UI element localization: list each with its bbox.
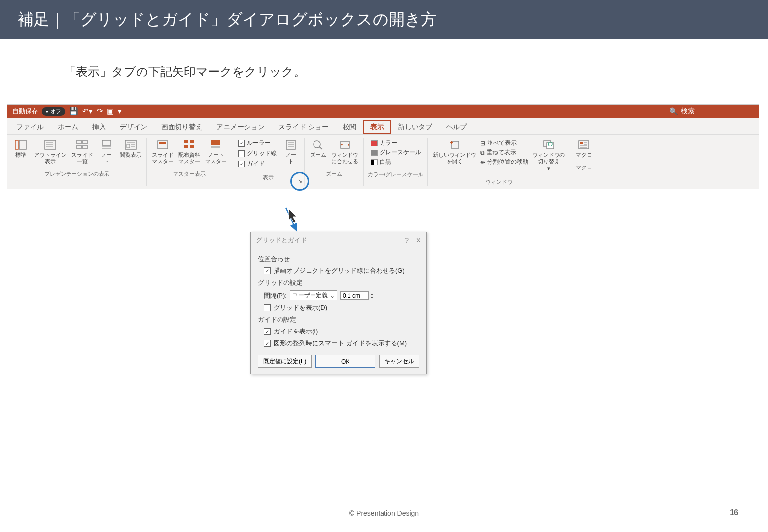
new-window-icon [448, 139, 461, 151]
grid-section-label: グリッドの設定 [258, 278, 419, 287]
undo-icon[interactable]: ↶▾ [82, 107, 93, 116]
svg-rect-21 [190, 140, 194, 143]
tab-insert[interactable]: 挿入 [85, 120, 113, 134]
svg-line-48 [286, 208, 297, 231]
fit-window-icon [338, 139, 352, 151]
dialog-titlebar: グリッドとガイド ? ✕ [251, 232, 426, 249]
spacing-input[interactable] [340, 291, 369, 300]
checkbox-unchecked-icon [238, 150, 245, 157]
redo-icon[interactable]: ↷ [97, 107, 103, 116]
new-window-button[interactable]: 新しいウィンドウ を開く [432, 138, 477, 166]
slide-sorter-icon [75, 139, 89, 151]
chevron-down-icon: ⌄ [330, 292, 335, 299]
svg-rect-23 [190, 145, 194, 148]
spinner-up-icon[interactable]: ▲ [369, 292, 375, 296]
autosave-label: 自動保存 [12, 107, 38, 116]
notes-master-button[interactable]: ノート マスター [204, 138, 228, 166]
ok-button[interactable]: OK [315, 355, 375, 368]
svg-rect-20 [184, 140, 188, 143]
spinner-down-icon[interactable]: ▼ [369, 296, 375, 299]
svg-rect-7 [83, 140, 87, 144]
snap-to-grid-checkbox[interactable]: ✓ 描画オブジェクトをグリッド線に合わせる(G) [264, 266, 419, 275]
snap-section-label: 位置合わせ [258, 255, 419, 264]
svg-rect-40 [547, 143, 554, 149]
slide-sorter-button[interactable]: スライド 一覧 [70, 138, 94, 166]
outline-view-icon [43, 139, 57, 151]
powerpoint-window: 自動保存 オフ 💾 ↶▾ ↷ ▣ ▾ 🔍 検索 ファイル ホーム 挿入 デザイン… [7, 104, 759, 189]
search-box[interactable]: 🔍 検索 [669, 107, 695, 116]
svg-point-31 [314, 141, 320, 148]
tab-animations[interactable]: アニメーション [209, 120, 272, 134]
cascade-icon: ⧉ [480, 149, 485, 156]
notes-icon [284, 139, 298, 151]
tab-review[interactable]: 校閲 [336, 120, 363, 134]
save-icon[interactable]: 💾 [69, 107, 78, 116]
qat-dropdown-icon[interactable]: ▾ [118, 107, 122, 116]
arrange-all-button[interactable]: ⊟並べて表示 [480, 139, 528, 147]
group-label: マスター表示 [173, 168, 206, 178]
ruler-checkbox[interactable]: ✓ルーラー [238, 139, 277, 147]
autosave-toggle[interactable]: オフ [42, 107, 65, 116]
spacing-select[interactable]: ユーザー定義⌄ [290, 290, 337, 300]
reading-view-icon [124, 139, 138, 151]
gridlines-checkbox[interactable]: グリッド線 [238, 149, 277, 158]
reading-view-button[interactable]: 閲覧表示 [119, 138, 142, 159]
notes-view-button[interactable]: ノー ト [97, 138, 116, 166]
svg-rect-18 [158, 141, 168, 149]
tab-slideshow[interactable]: スライド ショー [272, 120, 336, 134]
ribbon: 標準 アウトライン 表示 スライド 一覧 ノー ト 閲覧表示 プレゼンテーション… [7, 135, 759, 189]
close-icon[interactable]: ✕ [416, 236, 421, 244]
normal-view-icon [14, 139, 28, 151]
tab-transitions[interactable]: 画面切り替え [154, 120, 209, 134]
smart-guides-checkbox[interactable]: ✓ 図形の整列時にスマート ガイドを表示する(M) [264, 339, 419, 348]
checkbox-checked-icon: ✓ [264, 267, 271, 274]
help-icon[interactable]: ? [405, 236, 409, 244]
tab-view[interactable]: 表示 [363, 120, 391, 134]
zoom-button[interactable]: ズーム [309, 138, 327, 159]
svg-rect-42 [580, 142, 583, 144]
page-number: 16 [730, 508, 738, 517]
guides-checkbox[interactable]: ✓ガイド [238, 160, 277, 168]
tab-home[interactable]: ホーム [51, 120, 85, 134]
tab-help[interactable]: ヘルプ [439, 120, 474, 134]
svg-rect-24 [211, 140, 220, 145]
color-button[interactable]: カラー [371, 139, 421, 147]
svg-rect-2 [45, 140, 56, 149]
tab-new[interactable]: 新しいタブ [391, 120, 439, 134]
move-split-button[interactable]: ⇹分割位置の移動 [480, 158, 528, 166]
cascade-button[interactable]: ⧉重ねて表示 [480, 148, 528, 157]
notes-button[interactable]: ノー ト [281, 138, 300, 166]
dialog-title-text: グリッドとガイド [256, 236, 307, 245]
switch-window-button[interactable]: ウィンドウの 切り替え ▾ [531, 138, 566, 173]
svg-rect-41 [579, 141, 589, 149]
outline-view-button[interactable]: アウトライン 表示 [33, 138, 68, 166]
svg-rect-9 [83, 145, 87, 149]
slideshow-icon[interactable]: ▣ [107, 107, 114, 116]
notes-master-icon [209, 139, 223, 151]
guide-section-label: ガイドの設定 [258, 315, 419, 324]
svg-rect-8 [77, 145, 81, 149]
svg-rect-6 [77, 140, 81, 144]
cancel-button[interactable]: キャンセル [379, 355, 419, 368]
normal-view-button[interactable]: 標準 [11, 138, 30, 159]
search-icon: 🔍 [669, 107, 678, 115]
bw-button[interactable]: 白黒 [371, 158, 421, 166]
fit-window-button[interactable]: ウィンドウ に合わせる [330, 138, 359, 166]
tab-file[interactable]: ファイル [9, 120, 51, 134]
set-default-button[interactable]: 既定値に設定(F) [258, 355, 312, 368]
group-label: プレゼンテーションの表示 [44, 168, 109, 178]
macros-button[interactable]: マクロ [574, 138, 593, 159]
display-grid-checkbox[interactable]: グリッドを表示(D) [264, 303, 419, 312]
checkbox-checked-icon: ✓ [238, 140, 245, 147]
spinner-buttons[interactable]: ▲▼ [369, 292, 375, 299]
group-master-views: スライド マスター 配布資料 マスター ノート マスター マスター表示 [147, 138, 232, 186]
slide-title: 補足｜「グリッドとガイド」ダイアログボックスの開き方 [0, 0, 768, 39]
display-guides-checkbox[interactable]: ✓ ガイドを表示(I) [264, 327, 419, 336]
handout-master-button[interactable]: 配布資料 マスター [177, 138, 201, 166]
macros-icon [577, 139, 591, 151]
grayscale-button[interactable]: グレースケール [371, 148, 421, 157]
slide-master-button[interactable]: スライド マスター [151, 138, 175, 166]
tab-design[interactable]: デザイン [113, 120, 154, 134]
gray-swatch-icon [371, 150, 378, 156]
quick-access-toolbar: 自動保存 オフ 💾 ↶▾ ↷ ▣ ▾ 🔍 検索 [7, 105, 759, 118]
